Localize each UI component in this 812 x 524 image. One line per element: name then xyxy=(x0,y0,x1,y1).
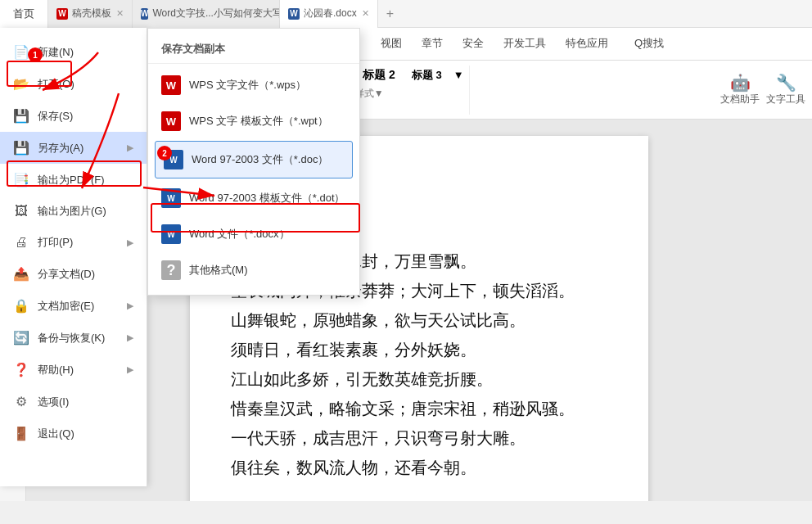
tab-add-icon: + xyxy=(386,7,394,21)
ss-wpt[interactable]: W WPS 文字 模板文件（*.wpt） xyxy=(148,103,359,139)
red-circle-2: 2 xyxy=(157,146,172,160)
doc-icon: W xyxy=(141,8,148,20)
ss-other[interactable]: ? 其他格式(M) xyxy=(148,252,359,288)
doc-text-line: 俱往矣，数风流人物，还看今朝。 xyxy=(231,453,607,482)
red-circle-1: 1 xyxy=(28,47,43,62)
ss-wps[interactable]: W WPS 文字文件（*.wps） xyxy=(148,67,359,103)
tab-doc2[interactable]: W 沁园春.docx ✕ xyxy=(280,0,378,28)
tab-doc1-label: Word文字技...小写如何变大写 xyxy=(152,7,280,20)
fm-exit[interactable]: 🚪 退出(Q) xyxy=(0,418,147,449)
saveas-arrow-icon: ▶ xyxy=(127,142,133,153)
exportimg-icon: 🖼 xyxy=(13,204,29,219)
doc-text-line: 惜秦皇汉武，略输文采；唐宗宋祖，稍逊风骚。 xyxy=(231,394,607,423)
fm-new[interactable]: 📄 新建(N) xyxy=(0,36,147,68)
print-arrow-icon: ▶ xyxy=(127,237,133,248)
wps-file-icon: W xyxy=(161,75,181,95)
fm-save[interactable]: 💾 保存(S) xyxy=(0,100,147,132)
tab-developer[interactable]: 开发工具 xyxy=(494,33,556,56)
exportpdf-icon: 📑 xyxy=(13,172,29,187)
share-icon: 📤 xyxy=(13,266,29,282)
fm-print[interactable]: 🖨 打印(P) ▶ xyxy=(0,227,147,258)
tab-close-template[interactable]: ✕ xyxy=(116,8,124,19)
text-tools-button[interactable]: 🔧 文字工具 xyxy=(766,73,805,106)
fm-open[interactable]: 📂 打开(O) xyxy=(0,68,147,100)
backup-icon: 🔄 xyxy=(13,330,29,346)
wps-icon: W xyxy=(56,8,68,20)
tab-security[interactable]: 安全 xyxy=(453,33,494,56)
ss-dot[interactable]: W Word 97-2003 模板文件（*.dot） xyxy=(148,180,359,216)
save-submenu: 保存文档副本 W WPS 文字文件（*.wps） W WPS 文字 模板文件（*… xyxy=(147,28,360,296)
tab-home[interactable]: 首页 xyxy=(0,0,48,28)
doc-text-line: 江山如此多娇，引无数英雄竞折腰。 xyxy=(231,364,607,394)
tab-view[interactable]: 视图 xyxy=(371,33,412,56)
open-icon: 📂 xyxy=(13,76,29,92)
encrypt-icon: 🔒 xyxy=(13,298,29,314)
backup-arrow-icon: ▶ xyxy=(127,332,133,343)
tab-doc1[interactable]: W Word文字技...小写如何变大写 ✕ xyxy=(133,0,280,28)
fm-saveas[interactable]: 💾 另存为(A) ▶ xyxy=(0,132,147,164)
tab-search[interactable]: Q搜找 xyxy=(625,33,674,56)
tab-add[interactable]: + xyxy=(378,0,402,28)
ai-assist-button[interactable]: 🤖 文档助手 xyxy=(720,73,760,106)
fm-exportimg[interactable]: 🖼 输出为图片(G) xyxy=(0,196,147,227)
print-fm-icon: 🖨 xyxy=(13,235,29,250)
tab-template-label: 稿壳模板 xyxy=(72,7,111,20)
doc2-icon: W xyxy=(288,8,300,20)
fm-encrypt[interactable]: 🔒 文档加密(E) ▶ xyxy=(0,290,147,322)
file-menu: 📄 新建(N) 📂 打开(O) 💾 保存(S) 💾 另存为(A) ▶ 📑 输出为… xyxy=(0,28,147,486)
dot-file-icon: W xyxy=(161,188,181,208)
encrypt-arrow-icon: ▶ xyxy=(127,300,133,311)
other-file-icon: ? xyxy=(161,260,181,280)
help-arrow-icon: ▶ xyxy=(127,364,133,375)
ribbon-right: 🤖 文档助手 🔧 文字工具 xyxy=(720,73,805,106)
tab-special[interactable]: 特色应用 xyxy=(556,33,618,56)
fm-exportpdf[interactable]: 📑 输出为PDF(F) xyxy=(0,164,147,196)
fm-backup[interactable]: 🔄 备份与恢复(K) ▶ xyxy=(0,322,147,354)
docx-file-icon: W xyxy=(161,224,181,244)
doc-text-line: 须晴日，看红装素裹，分外妖娆。 xyxy=(231,335,607,364)
fm-options[interactable]: ⚙ 选项(I) xyxy=(0,386,147,418)
new-icon: 📄 xyxy=(13,44,29,60)
save-fm-icon: 💾 xyxy=(13,108,29,124)
exit-icon: 🚪 xyxy=(13,426,29,441)
fm-share[interactable]: 📤 分享文档(D) xyxy=(0,258,147,290)
saveas-icon: 💾 xyxy=(13,140,29,156)
save-header: 保存文档副本 xyxy=(148,35,359,64)
options-icon: ⚙ xyxy=(13,394,29,409)
tab-template[interactable]: W 稿壳模板 ✕ xyxy=(48,0,133,28)
style-h2[interactable]: 标题 2 xyxy=(358,66,400,84)
tab-close-doc2[interactable]: ✕ xyxy=(362,8,369,19)
ss-doc[interactable]: W Word 97-2003 文件（*.doc） xyxy=(155,141,353,178)
tab-bar: 首页 W 稿壳模板 ✕ W Word文字技...小写如何变大写 ✕ W 沁园春.… xyxy=(0,0,812,28)
help-icon: ❓ xyxy=(13,362,29,377)
style-more-icon[interactable]: ▼ xyxy=(453,69,464,81)
doc-text-line: 一代天骄，成吉思汗，只识弯弓射大雕。 xyxy=(231,423,607,453)
style-h3[interactable]: 标题 3 xyxy=(407,66,447,84)
tab-home-label: 首页 xyxy=(13,7,34,21)
ss-docx[interactable]: W Word 文件（*.docx） xyxy=(148,216,359,252)
doc-text-line: 山舞银蛇，原驰蜡象，欲与天公试比高。 xyxy=(231,305,607,335)
wpt-file-icon: W xyxy=(161,111,181,131)
tab-chapter[interactable]: 章节 xyxy=(412,33,453,56)
fm-help[interactable]: ❓ 帮助(H) ▶ xyxy=(0,354,147,386)
tab-doc2-label: 沁园春.docx xyxy=(304,7,357,20)
main-area: ⊟ ≡ 📄 新建(N) 📂 打开(O) 💾 保存(S) 💾 另存为(A) ▶ 📑… xyxy=(0,120,812,501)
